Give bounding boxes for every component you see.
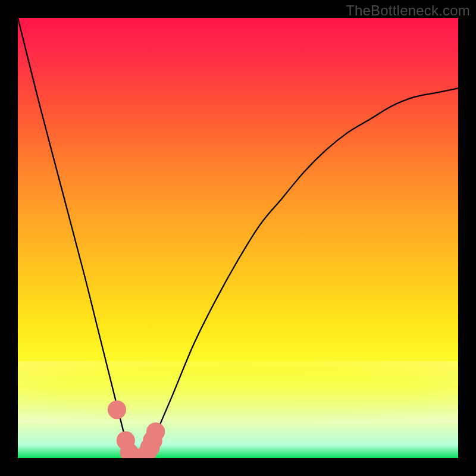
bottleneck-curve	[18, 18, 458, 458]
marker-dot	[108, 400, 126, 419]
plot-area	[18, 18, 458, 458]
chart-frame: TheBottleneck.com	[0, 0, 476, 476]
curve-markers	[108, 400, 165, 458]
marker-dot	[146, 422, 165, 441]
watermark-text: TheBottleneck.com	[346, 2, 470, 19]
curve-layer	[18, 18, 458, 458]
